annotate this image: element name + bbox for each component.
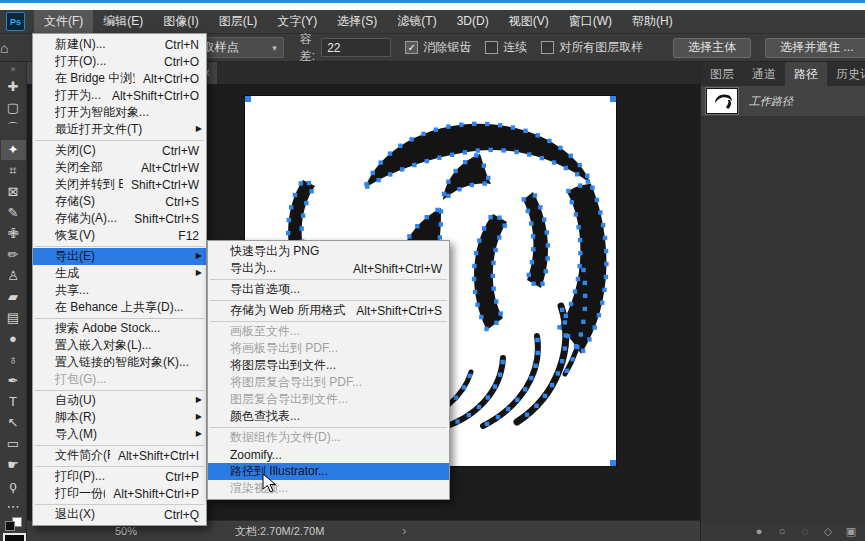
path-anchor-point[interactable]: [587, 337, 591, 341]
path-anchor-point[interactable]: [376, 178, 380, 182]
path-anchor-point[interactable]: [470, 183, 474, 187]
eyedropper-tool-icon[interactable]: ✎: [1, 203, 26, 223]
menubar-item[interactable]: 3D(D): [447, 10, 499, 33]
path-anchor-point[interactable]: [425, 215, 429, 219]
path-anchor-point[interactable]: [503, 224, 507, 228]
path-anchor-point[interactable]: [446, 124, 450, 128]
menubar-item[interactable]: 选择(S): [327, 10, 387, 33]
menu-item[interactable]: 存储(S)Ctrl+S: [33, 193, 206, 210]
fill-path-icon[interactable]: ●: [753, 525, 765, 538]
path-anchor-point[interactable]: [540, 156, 544, 160]
menu-item[interactable]: 将图层导出到文件...: [208, 357, 449, 374]
path-anchor-point[interactable]: [560, 359, 564, 363]
menubar-item[interactable]: 视图(V): [499, 10, 559, 33]
path-anchor-point[interactable]: [576, 225, 580, 229]
path-anchor-point[interactable]: [412, 163, 416, 167]
path-anchor-point[interactable]: [583, 294, 587, 298]
type-tool-icon[interactable]: T: [1, 392, 26, 412]
path-anchor-point[interactable]: [299, 181, 303, 185]
path-anchor-point[interactable]: [506, 407, 510, 411]
path-anchor-point[interactable]: [604, 262, 608, 266]
path-anchor-point[interactable]: [425, 159, 429, 163]
artwork-path[interactable]: [517, 306, 566, 422]
artboard-corner-handle[interactable]: [245, 96, 251, 102]
color-swatches[interactable]: [1, 517, 26, 538]
path-anchor-point[interactable]: [474, 251, 478, 255]
path-anchor-point[interactable]: [586, 179, 590, 183]
path-anchor-point[interactable]: [544, 269, 548, 273]
menubar-item[interactable]: 文件(F): [34, 10, 93, 33]
artboard-corner-handle[interactable]: [610, 460, 616, 466]
menubar-item[interactable]: 帮助(H): [622, 10, 683, 33]
path-anchor-point[interactable]: [511, 125, 515, 129]
path-anchor-point[interactable]: [457, 187, 461, 191]
menubar-item[interactable]: 滤镜(T): [387, 10, 446, 33]
path-anchor-point[interactable]: [463, 160, 467, 164]
path-selection-tool-icon[interactable]: ↖: [1, 413, 26, 433]
path-anchor-point[interactable]: [525, 413, 529, 417]
marquee-tool-icon[interactable]: ▢: [1, 98, 26, 118]
path-anchor-point[interactable]: [546, 243, 550, 247]
dodge-tool-icon[interactable]: ♁: [1, 350, 26, 370]
path-anchor-point[interactable]: [527, 152, 531, 156]
path-anchor-point[interactable]: [604, 249, 608, 253]
path-anchor-point[interactable]: [581, 349, 585, 353]
path-anchor-point[interactable]: [547, 139, 551, 143]
path-anchor-point[interactable]: [434, 128, 438, 132]
path-anchor-point[interactable]: [604, 275, 608, 279]
path-anchor-point[interactable]: [300, 226, 304, 230]
menu-item[interactable]: 导出为...Alt+Shift+Ctrl+W: [208, 260, 449, 277]
checkbox-checked-icon[interactable]: ✓: [405, 41, 418, 54]
menu-item[interactable]: 颜色查找表...: [208, 408, 449, 425]
path-anchor-point[interactable]: [502, 148, 506, 152]
path-anchor-point[interactable]: [439, 222, 443, 226]
path-anchor-point[interactable]: [379, 160, 383, 164]
path-anchor-point[interactable]: [287, 218, 291, 222]
path-anchor-point[interactable]: [497, 216, 501, 220]
path-anchor-point[interactable]: [569, 302, 573, 306]
path-anchor-point[interactable]: [595, 198, 599, 202]
path-anchor-point[interactable]: [564, 333, 568, 337]
path-anchor-point[interactable]: [482, 164, 486, 168]
path-anchor-point[interactable]: [454, 396, 458, 400]
menu-item[interactable]: 打开为...Alt+Shift+Ctrl+O: [33, 87, 206, 104]
path-anchor-point[interactable]: [540, 282, 544, 286]
menu-item[interactable]: 打印一份(Y)Alt+Shift+Ctrl+P: [33, 485, 206, 502]
path-anchor-point[interactable]: [476, 148, 480, 152]
path-anchor-point[interactable]: [574, 212, 578, 216]
path-anchor-point[interactable]: [455, 419, 459, 423]
menu-item[interactable]: 存储为(A)...Shift+Ctrl+S: [33, 210, 206, 227]
path-anchor-point[interactable]: [581, 320, 585, 324]
menu-item[interactable]: 恢复(V)F12: [33, 227, 206, 244]
menubar-item[interactable]: 编辑(E): [93, 10, 153, 33]
path-anchor-point[interactable]: [472, 277, 476, 281]
menu-item[interactable]: 存储为 Web 所用格式 (旧版) ...Alt+Shift+Ctrl+S: [208, 302, 449, 319]
menu-item[interactable]: 退出(X)Ctrl+Q: [33, 506, 206, 523]
path-anchor-point[interactable]: [492, 287, 496, 291]
path-anchor-point[interactable]: [501, 360, 505, 364]
menubar-item[interactable]: 文字(Y): [267, 10, 327, 33]
path-anchor-point[interactable]: [474, 153, 478, 157]
path-anchor-point[interactable]: [534, 404, 538, 408]
path-anchor-point[interactable]: [289, 205, 293, 209]
menu-item[interactable]: 共享...: [33, 282, 206, 299]
new-path-icon[interactable]: ▣: [845, 525, 857, 538]
option-checkbox[interactable]: 对所有图层取样: [541, 39, 643, 56]
path-anchor-point[interactable]: [569, 154, 573, 158]
path-anchor-point[interactable]: [463, 150, 467, 154]
path-anchor-point[interactable]: [409, 137, 413, 141]
panel-tab-路径[interactable]: 路径: [785, 62, 827, 86]
menu-item[interactable]: 脚本(R)▶: [33, 409, 206, 426]
path-anchor-point[interactable]: [563, 346, 567, 350]
menu-item[interactable]: 生成▶: [33, 265, 206, 282]
path-anchor-point[interactable]: [578, 264, 582, 268]
path-anchor-point[interactable]: [483, 181, 487, 185]
path-anchor-point[interactable]: [304, 201, 308, 205]
path-anchor-point[interactable]: [536, 351, 540, 355]
menu-item[interactable]: 置入嵌入对象(L)...: [33, 337, 206, 354]
menu-item[interactable]: 新建(N)...Ctrl+N: [33, 36, 206, 53]
path-anchor-point[interactable]: [563, 320, 567, 324]
brush-tool-icon[interactable]: ✏: [1, 245, 26, 265]
path-anchor-point[interactable]: [601, 223, 605, 227]
menubar-item[interactable]: 图层(L): [209, 10, 268, 33]
